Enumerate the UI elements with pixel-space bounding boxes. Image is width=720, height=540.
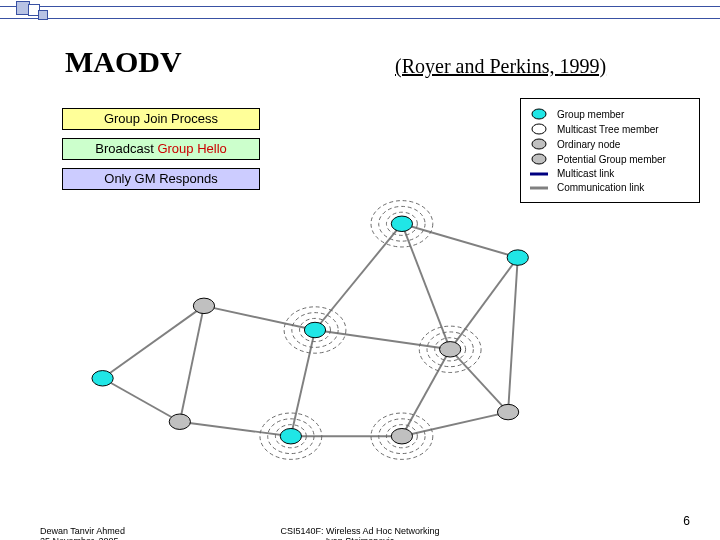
svg-line-21 xyxy=(402,412,508,436)
svg-point-36 xyxy=(92,371,113,386)
svg-point-2 xyxy=(532,139,546,149)
footer-author: Dewan Tanvir Ahmed xyxy=(40,526,125,536)
svg-line-9 xyxy=(450,258,518,350)
process-step-1-label: Group Join Process xyxy=(104,111,218,126)
svg-point-35 xyxy=(440,342,461,357)
process-step-2-before: Broadcast xyxy=(95,141,157,156)
process-step-1: Group Join Process xyxy=(62,108,260,130)
legend-row-group-member: Group member xyxy=(529,108,691,120)
svg-line-14 xyxy=(315,330,450,349)
svg-point-26 xyxy=(507,250,528,265)
multicast-tree-icon xyxy=(529,123,549,135)
svg-line-7 xyxy=(315,224,402,330)
svg-point-45 xyxy=(391,428,412,443)
legend-label: Ordinary node xyxy=(557,139,620,150)
slide-top-decoration xyxy=(0,0,720,22)
svg-point-37 xyxy=(169,414,190,429)
footer-course-block: CSI5140F: Wireless Ad Hoc Networking Iva… xyxy=(280,526,439,540)
footer-date: 25 November, 2005 xyxy=(40,536,125,540)
ordinary-node-icon xyxy=(529,138,549,150)
svg-line-13 xyxy=(180,306,204,422)
svg-point-46 xyxy=(497,404,518,419)
process-step-2: Broadcast Group Hello xyxy=(62,138,260,160)
footer-page: 6 xyxy=(683,514,690,528)
svg-line-8 xyxy=(402,224,450,350)
legend-row-multicast-tree: Multicast Tree member xyxy=(529,123,691,135)
svg-line-16 xyxy=(402,349,450,436)
svg-point-31 xyxy=(304,322,325,337)
process-step-2-red: Group Hello xyxy=(157,141,226,156)
legend-label: Group member xyxy=(557,109,624,120)
citation: (Royer and Perkins, 1999) xyxy=(395,55,606,78)
svg-point-1 xyxy=(532,124,546,134)
legend-row-multicast-link: Multicast link xyxy=(529,168,691,179)
svg-line-6 xyxy=(402,224,518,258)
svg-line-18 xyxy=(103,378,180,421)
svg-point-25 xyxy=(391,216,412,231)
process-step-3-label: Only GM Responds xyxy=(104,171,217,186)
slide-title: MAODV xyxy=(65,45,182,79)
svg-point-41 xyxy=(280,428,301,443)
legend-row-potential: Potential Group member xyxy=(529,153,691,165)
footer-course: CSI5140F: Wireless Ad Hoc Networking xyxy=(280,526,439,536)
footer-instructor: Ivan Stojmenovic xyxy=(280,536,439,540)
footer-author-block: Dewan Tanvir Ahmed 25 November, 2005 xyxy=(40,526,125,540)
legend-label: Potential Group member xyxy=(557,154,666,165)
group-member-icon xyxy=(529,108,549,120)
svg-point-27 xyxy=(193,298,214,313)
legend-row-ordinary: Ordinary node xyxy=(529,138,691,150)
legend-label: Multicast Tree member xyxy=(557,124,659,135)
legend-label: Multicast link xyxy=(557,168,614,179)
network-diagram xyxy=(55,190,575,470)
svg-line-17 xyxy=(450,349,508,412)
process-step-3: Only GM Responds xyxy=(62,168,260,190)
legend: Group member Multicast Tree member Ordin… xyxy=(520,98,700,203)
potential-member-icon xyxy=(529,153,549,165)
svg-line-15 xyxy=(291,330,315,436)
svg-point-0 xyxy=(532,109,546,119)
multicast-link-icon xyxy=(529,171,549,177)
svg-line-10 xyxy=(508,258,518,412)
svg-point-3 xyxy=(532,154,546,164)
svg-line-12 xyxy=(103,306,204,378)
